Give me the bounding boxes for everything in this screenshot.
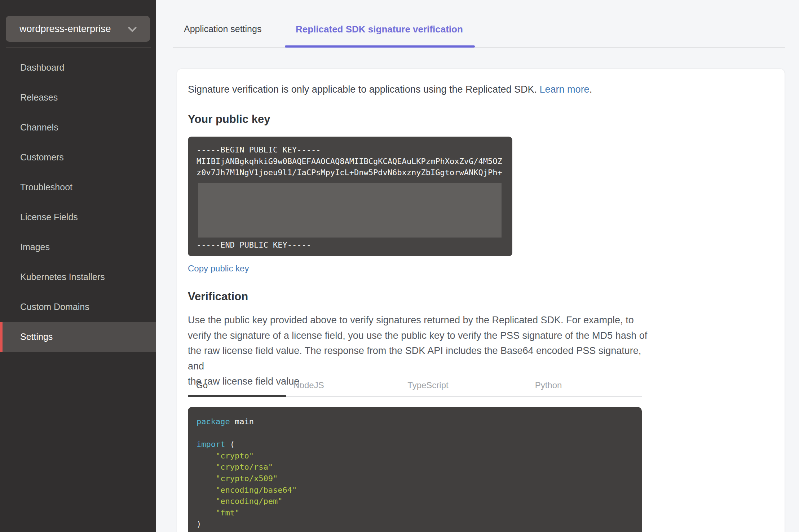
verification-title: Verification	[188, 290, 248, 303]
code-tab-go[interactable]: Go	[196, 380, 208, 390]
code-line: "encoding/pem"	[197, 496, 633, 507]
redacted-key-region	[198, 183, 502, 238]
code-line: "fmt"	[197, 507, 633, 519]
verification-description: Use the public key provided above to ver…	[188, 312, 653, 389]
tab-application-settings[interactable]: Application settings	[184, 24, 261, 34]
public-key-line: z0v7Jh7M1NgV1joeu9l1/IaCPsMpyIcL+Dnw5Pdv…	[197, 167, 504, 178]
public-key-line: MIIBIjANBgkqhkiG9w0BAQEFAAOCAQ8AMIIBCgKC…	[197, 156, 504, 167]
public-key-textarea[interactable]: -----BEGIN PUBLIC KEY----- MIIBIjANBgkqh…	[188, 137, 512, 256]
code-line: "encoding/base64"	[197, 484, 633, 496]
tabs-active-underline	[285, 45, 475, 48]
sidebar-item-images[interactable]: Images	[0, 232, 156, 262]
sidebar-item-troubleshoot[interactable]: Troubleshoot	[0, 172, 156, 202]
sidebar-item-settings[interactable]: Settings	[0, 322, 156, 352]
go-code-block: package main import ( "crypto" "crypto/r…	[188, 407, 642, 532]
learn-more-link[interactable]: Learn more	[540, 84, 590, 95]
intro-text: Signature verification is only applicabl…	[188, 83, 592, 96]
chevron-down-icon	[128, 23, 137, 32]
intro-text-body: Signature verification is only applicabl…	[188, 84, 540, 95]
tab-sdk-signature-verification[interactable]: Replicated SDK signature verification	[296, 24, 463, 35]
sidebar-item-license-fields[interactable]: License Fields	[0, 202, 156, 232]
replicated-vendor-portal: wordpress-enterprise Dashboard Releases …	[0, 0, 799, 532]
code-line: "crypto"	[197, 450, 633, 462]
code-line: package main	[197, 416, 633, 427]
app-selector-dropdown[interactable]: wordpress-enterprise	[6, 16, 150, 42]
code-tab-typescript[interactable]: TypeScript	[407, 380, 448, 390]
sidebar-item-custom-domains[interactable]: Custom Domains	[0, 292, 156, 322]
public-key-title: Your public key	[188, 113, 270, 126]
content-card: Signature verification is only applicabl…	[177, 68, 785, 532]
verification-description-line: verify the signature of a license field,…	[188, 328, 653, 343]
code-tabs-active-underline	[188, 395, 286, 397]
copy-public-key-link[interactable]: Copy public key	[188, 263, 249, 274]
code-line: "crypto/rsa"	[197, 461, 633, 473]
sidebar-item-channels[interactable]: Channels	[0, 112, 156, 142]
sidebar-item-kubernetes-installers[interactable]: Kubernetes Installers	[0, 262, 156, 292]
sidebar-item-customers[interactable]: Customers	[0, 142, 156, 172]
sidebar: wordpress-enterprise Dashboard Releases …	[0, 0, 156, 532]
code-line-blank	[197, 427, 633, 439]
code-line: import (	[197, 439, 633, 450]
verification-description-line: Use the public key provided above to ver…	[188, 312, 653, 328]
tabs-baseline	[173, 47, 785, 48]
public-key-line: -----BEGIN PUBLIC KEY-----	[197, 144, 504, 156]
app-selector-label: wordpress-enterprise	[19, 16, 111, 42]
code-line: "crypto/x509"	[197, 473, 633, 484]
code-tab-nodejs[interactable]: NodeJS	[293, 380, 324, 390]
verification-description-line: the raw license field value. The respons…	[188, 343, 653, 374]
sidebar-divider	[6, 47, 151, 48]
sidebar-item-releases[interactable]: Releases	[0, 83, 156, 112]
settings-tabs: Application settings Replicated SDK sign…	[156, 0, 799, 68]
intro-text-suffix: .	[590, 84, 592, 95]
code-tab-python[interactable]: Python	[535, 380, 562, 390]
code-line: )	[197, 518, 633, 530]
public-key-end-line: -----END PUBLIC KEY-----	[197, 239, 504, 251]
sidebar-item-dashboard[interactable]: Dashboard	[0, 53, 156, 83]
